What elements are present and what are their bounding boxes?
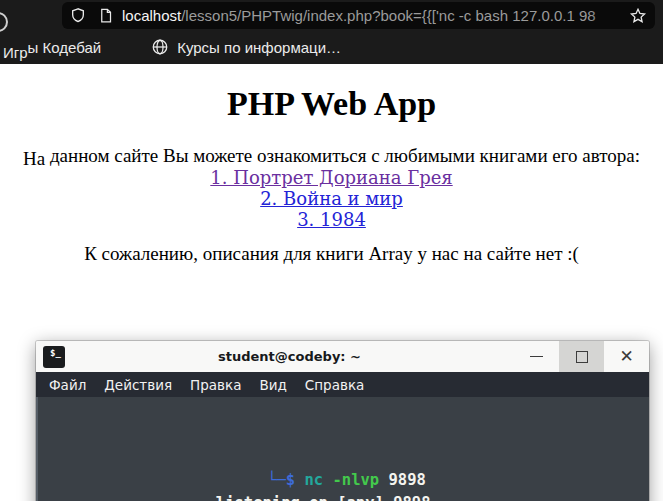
- terminal-menu-item[interactable]: Правка: [181, 377, 250, 393]
- bookmark-item-courses[interactable]: Курсы по информаци…: [177, 39, 341, 56]
- book-link[interactable]: 1. Портрет Дориана Грея: [0, 167, 663, 188]
- terminal-window: $_ student@codeby: ~ ✕ ФайлДействияПравк…: [36, 341, 649, 501]
- terminal-output[interactable]: └─$ nc -nlvp 9898listening on [any] 9898…: [36, 397, 649, 501]
- intro-text: На данном сайте Вы можете ознакомиться с…: [0, 145, 663, 167]
- url-path: /lesson5/PHPTwig/index.php?book={{['nc -…: [181, 7, 595, 24]
- shield-icon: [70, 7, 86, 24]
- terminal-text-segment: └─$: [267, 471, 304, 489]
- terminal-text-segment: -nlvp: [333, 471, 380, 489]
- window-controls: ✕: [514, 341, 649, 372]
- terminal-line: └─$ nc -nlvp 9898: [44, 469, 649, 491]
- url-fade: [589, 7, 623, 24]
- terminal-text-segment: 9898: [379, 471, 426, 489]
- globe-icon: [151, 38, 169, 56]
- intro-prefix: На: [23, 148, 45, 169]
- url-host: localhost: [122, 7, 181, 24]
- book-link[interactable]: 2. Война и мир: [0, 188, 663, 209]
- url-text: localhost/lesson5/PHPTwig/index.php?book…: [122, 7, 623, 24]
- browser-chrome: localhost/lesson5/PHPTwig/index.php?book…: [0, 0, 663, 64]
- url-bar[interactable]: localhost/lesson5/PHPTwig/index.php?book…: [62, 2, 655, 29]
- web-page: PHP Web App На данном сайте Вы можете оз…: [0, 64, 663, 501]
- maximize-button[interactable]: [559, 341, 604, 372]
- maximize-icon: [576, 351, 588, 363]
- no-description-message: К сожалению, описания для книги Array у …: [0, 243, 663, 265]
- page-icon: [98, 7, 113, 24]
- bookmark-star-icon[interactable]: [629, 7, 647, 25]
- bookmarks-bar: Игр ы Кодебай Курсы по информаци…: [0, 30, 663, 64]
- book-links: 1. Портрет Дориана Грея2. Война и мир3. …: [0, 167, 663, 230]
- terminal-line: listening on [any] 9898 ...: [44, 492, 649, 501]
- close-button[interactable]: ✕: [604, 341, 649, 372]
- browser-toolbar: localhost/lesson5/PHPTwig/index.php?book…: [0, 0, 663, 30]
- terminal-text-segment: nc: [304, 471, 323, 489]
- terminal-app-icon: $_: [43, 346, 65, 368]
- intro-rest: данном сайте Вы можете ознакомиться с лю…: [45, 145, 640, 166]
- screen: localhost/lesson5/PHPTwig/index.php?book…: [0, 0, 663, 501]
- page-title: PHP Web App: [0, 64, 663, 123]
- terminal-titlebar[interactable]: $_ student@codeby: ~ ✕: [36, 341, 649, 372]
- bookmark-item-codeby[interactable]: ы Кодебай: [28, 39, 102, 56]
- book-link[interactable]: 3. 1984: [0, 209, 663, 230]
- terminal-menu-item[interactable]: Вид: [250, 377, 295, 393]
- terminal-menubar: ФайлДействияПравкаВидСправка: [36, 372, 649, 397]
- minimize-button[interactable]: [514, 341, 559, 372]
- bookmark-item-games[interactable]: Игр: [3, 44, 28, 61]
- terminal-menu-item[interactable]: Действия: [95, 377, 181, 393]
- minimize-icon: [530, 356, 543, 357]
- terminal-title: student@codeby: ~: [65, 349, 514, 364]
- close-icon: ✕: [619, 348, 633, 365]
- terminal-menu-item[interactable]: Справка: [296, 377, 373, 393]
- terminal-text-segment: listening on [any] 9898 ...: [216, 494, 477, 501]
- reload-icon[interactable]: [0, 12, 8, 32]
- terminal-menu-item[interactable]: Файл: [40, 377, 95, 393]
- terminal-text-segment: [323, 471, 332, 489]
